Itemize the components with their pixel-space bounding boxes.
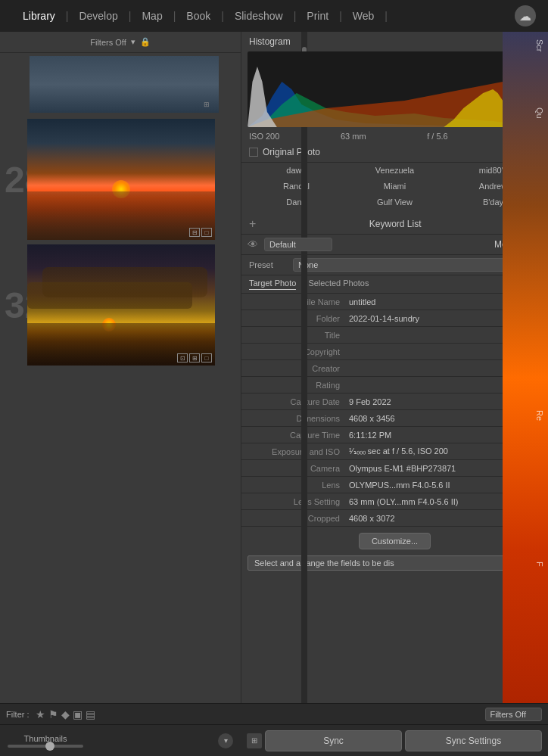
photo-badges: ⊞ [204, 101, 216, 110]
sync-bar: ⊞ Sync Sync Settings [241, 724, 548, 756]
sync-left-icon[interactable]: ⊞ [247, 733, 262, 748]
filter-flag-icon[interactable]: ⚑ [48, 708, 58, 720]
list-item: ⊞ [3, 56, 238, 113]
nav-library[interactable]: Library [12, 0, 66, 32]
meta-label-creator: Creator [248, 364, 346, 373]
nav-map[interactable]: Map [131, 0, 173, 32]
filters-dropdown-arrow[interactable]: ▾ [131, 37, 135, 47]
nav-slideshow[interactable]: Slideshow [224, 0, 294, 32]
badge-full: □ [201, 228, 212, 237]
filter-off-dropdown[interactable]: Filters Off [485, 708, 542, 721]
photo-thumb-28[interactable]: ⊟ □ [27, 119, 215, 240]
photo-badges-28: ⊟ □ [189, 228, 212, 237]
sync-settings-button[interactable]: Sync Settings [405, 730, 542, 751]
filter-star-icon[interactable]: ★ [36, 708, 45, 720]
histogram-canvas [248, 51, 542, 127]
photo-thumb-top[interactable]: ⊞ [30, 56, 219, 113]
nav-develop[interactable]: Develop [68, 0, 128, 32]
thumbnails-section: Thumbnails [8, 734, 83, 748]
side-panel-qu: Qu [535, 107, 544, 119]
bottom-arrow[interactable]: ▾ [218, 733, 233, 748]
thumbnails-label: Thumbnails [24, 734, 67, 743]
side-panel-re: Re [535, 410, 544, 421]
filters-off-label[interactable]: Filters Off [90, 38, 126, 47]
cloud-sync-icon[interactable]: ☁ [515, 5, 536, 26]
meta-label-folder: Folder [248, 314, 346, 323]
meta-label-camera: Camera [248, 464, 346, 473]
keyword-miami[interactable]: Miami [346, 179, 444, 194]
filter-icons: ★ ⚑ ◆ ▣ ▤ [36, 708, 95, 720]
sync-button[interactable]: Sync [265, 730, 402, 751]
meta-label-copyright: Copyright [248, 347, 346, 356]
filter-metadata-icon[interactable]: ▤ [86, 708, 95, 720]
main-layout: Filters Off ▾ 🔒 ⊞ 28 [0, 32, 548, 724]
thumbnail-slider[interactable] [8, 745, 83, 748]
meta-label-title: Title [248, 331, 346, 340]
tab-selected-photos[interactable]: Selected Photos [308, 278, 369, 290]
metadata-preset-area: Default [264, 238, 488, 251]
side-panel-f: F [535, 562, 544, 567]
list-item: 32 ⊡ ⊞ □ [3, 244, 238, 366]
preset-label: Preset [249, 260, 287, 269]
meta-label-lens: Lens [248, 481, 346, 490]
list-item: 28 ⊟ □ [3, 119, 238, 240]
filter-kind-icon[interactable]: ▣ [73, 708, 83, 720]
iso-value: ISO 200 [249, 132, 279, 142]
preset-value[interactable]: None [293, 258, 528, 272]
badge-icon: ⊞ [204, 101, 216, 110]
customize-button[interactable]: Customize... [359, 533, 431, 549]
scroll-indicator [301, 32, 307, 724]
left-panel: Filters Off ▾ 🔒 ⊞ 28 [0, 32, 241, 724]
eye-icon[interactable]: 👁 [248, 238, 258, 250]
photo-grid: ⊞ 28 ⊟ □ 32 [0, 53, 241, 724]
meta-label-capture-date: Capture Date [248, 397, 346, 406]
lock-icon[interactable]: 🔒 [140, 37, 151, 47]
right-side-panel: Scr Qu Re F [503, 32, 548, 724]
aperture-value: f / 5.6 [427, 132, 448, 142]
nav-web[interactable]: Web [342, 0, 385, 32]
keyword-dana[interactable]: Dana [248, 194, 345, 210]
keyword-add-button[interactable]: + [249, 217, 256, 231]
keyword-randal[interactable]: Randal [248, 179, 345, 194]
nav-book[interactable]: Book [176, 0, 221, 32]
meta-label-dimensions: Dimensions [248, 414, 346, 423]
keyword-dawn[interactable]: dawn [248, 163, 345, 178]
filter-color-icon[interactable]: ◆ [61, 708, 70, 720]
keyword-list-label: Keyword List [369, 219, 422, 229]
meta-label-filename: File Name [248, 297, 346, 306]
nav-print[interactable]: Print [296, 0, 339, 32]
photo-thumb-32[interactable]: ⊡ ⊞ □ [27, 244, 215, 366]
badge-grid: ⊟ [189, 228, 200, 237]
sync-left-chevron: ⊞ [251, 736, 257, 745]
filter-bar: Filter : ★ ⚑ ◆ ▣ ▤ Filters Off [0, 703, 548, 724]
focal-length-value: 63 mm [341, 132, 366, 142]
top-nav: Library | Develop | Map | Book | Slidesh… [0, 0, 548, 32]
filter-label: Filter : [6, 710, 30, 719]
meta-label-capture-time: Capture Time [248, 431, 346, 440]
keyword-venezuela[interactable]: Venezuela [346, 163, 444, 178]
original-photo-label: Original Photo [263, 147, 320, 157]
tab-target-photo[interactable]: Target Photo [249, 278, 296, 290]
meta-label-rating: Rating [248, 381, 346, 390]
tooltip-bar: Select and arrange the fields to be dis [248, 555, 542, 571]
meta-label-lens-setting: Lens Setting [248, 497, 346, 506]
metadata-dropdown[interactable]: Default [264, 238, 332, 251]
nav-sep-7: | [385, 10, 388, 22]
meta-label-exposure: Exposure and ISO [248, 447, 346, 456]
histogram-chart [248, 51, 542, 127]
histogram-title: Histogram [249, 36, 291, 47]
keyword-gulf-view[interactable]: Gulf View [346, 194, 444, 210]
thumbnail-slider-handle[interactable] [45, 742, 54, 751]
photo-badges-32: ⊡ ⊞ □ [177, 353, 212, 362]
filters-bar: Filters Off ▾ 🔒 [0, 32, 241, 53]
original-photo-checkbox[interactable] [249, 148, 258, 157]
bottom-bar-left: Thumbnails ▾ [0, 724, 241, 756]
meta-label-cropped: Cropped [248, 514, 346, 523]
side-panel-scr: Scr [535, 39, 544, 52]
